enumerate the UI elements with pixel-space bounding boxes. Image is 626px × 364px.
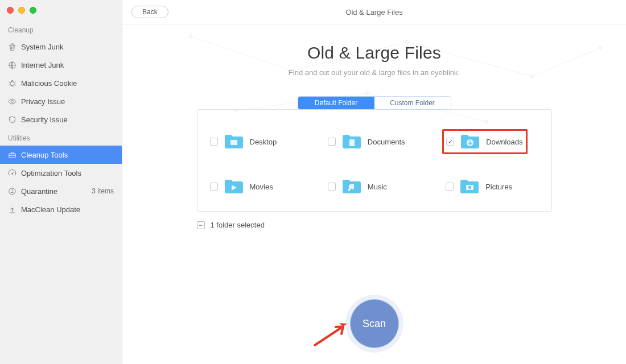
svg-rect-20 xyxy=(230,140,237,145)
deselect-all-checkbox[interactable]: − xyxy=(197,221,205,229)
svg-point-2 xyxy=(11,100,14,102)
folder-label: Documents xyxy=(368,138,405,146)
sidebar-item-update[interactable]: MacClean Update xyxy=(0,200,122,218)
annotation-arrow-icon xyxy=(312,320,352,348)
folder-label: Pictures xyxy=(485,183,512,191)
page-title: Old & Large Files xyxy=(122,43,626,63)
folder-option-pictures[interactable]: Pictures xyxy=(433,178,551,195)
scan-button[interactable]: Scan xyxy=(350,299,399,348)
checkbox-music[interactable] xyxy=(328,183,336,191)
scan-button-label: Scan xyxy=(363,318,386,330)
sidebar-item-label: System Junk xyxy=(21,43,63,51)
window-controls xyxy=(0,0,122,20)
svg-point-1 xyxy=(10,81,15,86)
folder-documents-icon xyxy=(341,133,362,150)
svg-rect-21 xyxy=(349,139,355,146)
shield-icon xyxy=(8,115,17,124)
folder-panel: Desktop Documents Downloads xyxy=(197,109,552,212)
tab-default-folder[interactable]: Default Folder xyxy=(298,97,374,109)
sidebar-item-label: Optimization Tools xyxy=(21,169,81,177)
folder-label: Music xyxy=(368,183,387,191)
folder-label: Movies xyxy=(250,183,273,191)
sidebar-item-quarantine[interactable]: Quarantine 3 items xyxy=(0,182,122,200)
sidebar-item-label: Malicious Cookie xyxy=(21,79,77,88)
zoom-window-button[interactable] xyxy=(30,7,36,14)
sidebar-item-malicious-cookie[interactable]: Malicious Cookie xyxy=(0,74,122,92)
sidebar-item-label: Privacy Issue xyxy=(21,97,65,106)
sidebar-section-cleanup: Cleanup xyxy=(0,20,122,38)
folder-label: Desktop xyxy=(250,138,277,146)
sidebar-item-privacy-issue[interactable]: Privacy Issue xyxy=(0,92,122,110)
svg-point-18 xyxy=(365,92,369,95)
sidebar-item-label: MacClean Update xyxy=(21,205,80,214)
sidebar-section-utilities: Utilities xyxy=(0,129,122,146)
checkbox-pictures[interactable] xyxy=(446,183,454,191)
folder-pictures-icon xyxy=(459,178,480,195)
globe-icon xyxy=(8,61,17,69)
minimize-window-button[interactable] xyxy=(18,7,25,14)
selection-summary-text: 1 folder selected xyxy=(211,221,265,229)
svg-point-12 xyxy=(189,35,192,38)
main-pane: Back Old & Large Files Old & Large Files… xyxy=(122,0,626,364)
sidebar-item-label: Internet Junk xyxy=(21,61,64,69)
eye-icon xyxy=(8,97,17,106)
sidebar-item-cleanup-tools[interactable]: Cleanup Tools xyxy=(0,146,122,164)
close-window-button[interactable] xyxy=(7,7,14,14)
quarantine-icon xyxy=(8,187,17,196)
folder-label: Downloads xyxy=(486,138,522,146)
folder-option-downloads[interactable]: Downloads xyxy=(433,129,551,154)
sidebar-item-label: Quarantine xyxy=(21,187,57,196)
sidebar-item-security-issue[interactable]: Security Issue xyxy=(0,110,122,129)
header-title: Old & Large Files xyxy=(345,8,402,16)
folder-desktop-icon xyxy=(224,133,244,150)
selection-summary-row: − 1 folder selected xyxy=(197,221,552,229)
sidebar-item-system-junk[interactable]: System Junk xyxy=(0,38,122,56)
back-button[interactable]: Back xyxy=(131,6,168,18)
sidebar-item-optimization-tools[interactable]: Optimization Tools xyxy=(0,164,122,182)
sidebar-item-badge: 3 items xyxy=(92,187,114,195)
tab-custom-folder[interactable]: Custom Folder xyxy=(374,97,451,109)
briefcase-icon xyxy=(8,151,17,159)
sidebar-item-label: Cleanup Tools xyxy=(21,151,68,159)
page-subtitle: Find and cut out your old & large files … xyxy=(122,68,626,77)
gauge-icon xyxy=(8,169,17,177)
highlight-annotation: Downloads xyxy=(442,129,528,154)
checkbox-downloads[interactable] xyxy=(446,138,454,146)
header: Back Old & Large Files xyxy=(122,0,626,25)
folder-downloads-icon xyxy=(460,133,480,150)
folder-option-music[interactable]: Music xyxy=(315,178,433,195)
folder-option-movies[interactable]: Movies xyxy=(197,178,315,195)
folder-music-icon xyxy=(341,178,362,195)
checkbox-documents[interactable] xyxy=(328,138,336,146)
checkbox-desktop[interactable] xyxy=(210,138,218,146)
folder-movies-icon xyxy=(224,178,244,195)
checkbox-movies[interactable] xyxy=(210,183,218,191)
folder-option-documents[interactable]: Documents xyxy=(315,129,433,154)
sidebar-item-label: Security Issue xyxy=(21,115,68,124)
svg-rect-3 xyxy=(9,154,15,158)
svg-point-24 xyxy=(468,186,471,189)
sidebar: Cleanup System Junk Internet Junk Malici… xyxy=(0,0,122,364)
hero-section: Old & Large Files Find and cut out your … xyxy=(122,43,626,77)
bug-icon xyxy=(8,79,17,88)
trash-icon xyxy=(8,43,17,51)
upload-icon xyxy=(8,205,17,214)
sidebar-item-internet-junk[interactable]: Internet Junk xyxy=(0,56,122,74)
folder-option-desktop[interactable]: Desktop xyxy=(197,129,315,154)
folder-tabs: Default Folder Custom Folder xyxy=(298,96,451,110)
